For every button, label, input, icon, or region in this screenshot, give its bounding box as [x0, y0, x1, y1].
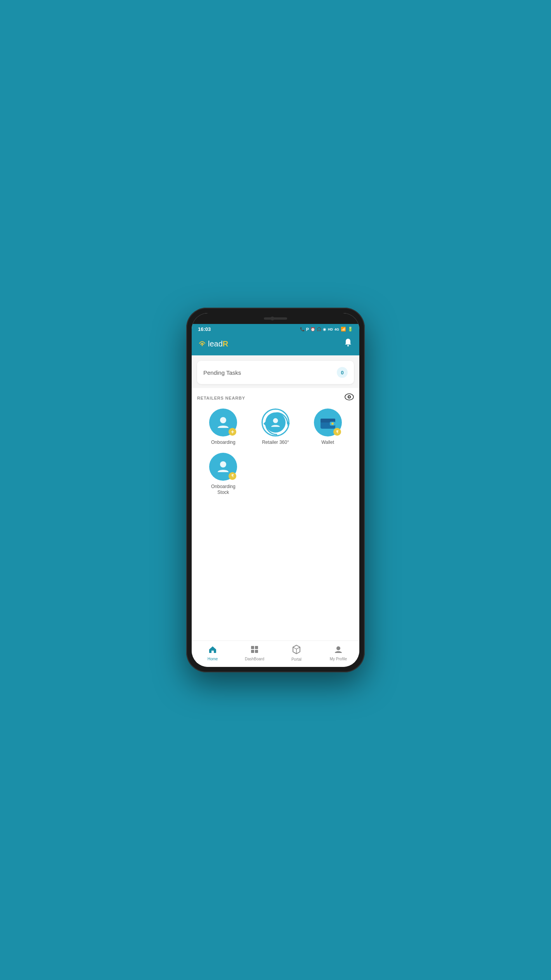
- nav-portal[interactable]: Portal: [285, 645, 308, 661]
- app-header: leadR: [192, 334, 359, 355]
- portal-icon: [292, 645, 301, 656]
- svg-rect-13: [251, 646, 254, 649]
- status-time: 16:03: [198, 326, 211, 332]
- nav-home-label: Home: [208, 657, 218, 661]
- nav-myprofile[interactable]: My Profile: [327, 645, 350, 661]
- signal-icon: 📶: [341, 327, 346, 332]
- svg-point-0: [347, 345, 349, 346]
- nav-myprofile-label: My Profile: [330, 657, 347, 661]
- notification-bell-icon[interactable]: [343, 338, 353, 350]
- 4g-icon: 4G: [334, 327, 339, 331]
- svg-marker-5: [288, 421, 290, 426]
- nav-dashboard[interactable]: DashBoard: [243, 645, 266, 661]
- retailer360-label: Retailer 360°: [262, 440, 289, 446]
- app-content: Pending Tasks 0 RETAILERS NEARBY: [192, 355, 359, 641]
- retailers-section: RETAILERS NEARBY: [192, 388, 359, 641]
- wallet-icon: ₹: [314, 409, 342, 436]
- status-icons: 📞 P ⏰ 🎧 ◉ HD 4G 📶 🔋: [300, 327, 353, 332]
- feature-grid: + Onboarding: [197, 409, 354, 503]
- svg-rect-16: [255, 650, 258, 653]
- myprofile-icon: [334, 645, 343, 656]
- nav-home[interactable]: Home: [201, 645, 224, 661]
- parking-icon: P: [306, 327, 309, 332]
- logo-accent: R: [223, 339, 228, 348]
- bottom-nav: Home DashBoard: [192, 641, 359, 667]
- onboarding-stock-label: Onboarding Stock: [211, 484, 236, 496]
- retailers-header: RETAILERS NEARBY: [197, 393, 354, 402]
- onboarding-item[interactable]: + Onboarding: [197, 409, 250, 446]
- home-icon: [208, 645, 217, 656]
- logo-icon: [198, 339, 206, 349]
- wifi-icon: ◉: [323, 327, 326, 331]
- svg-point-11: [331, 422, 334, 425]
- rupee-badge-stock: ₹: [229, 472, 236, 480]
- call-icon: 📞: [300, 327, 305, 331]
- phone-speaker: [264, 317, 287, 320]
- retailers-nearby-title: RETAILERS NEARBY: [197, 396, 245, 400]
- hd-icon: HD: [328, 327, 333, 331]
- alarm-icon: ⏰: [310, 327, 315, 331]
- status-bar: 16:03 📞 P ⏰ 🎧 ◉ HD 4G 📶 🔋: [192, 324, 359, 334]
- onboarding-stock-icon: ₹: [209, 453, 237, 481]
- svg-rect-14: [255, 646, 258, 649]
- rupee-badge-wallet: ₹: [333, 428, 341, 436]
- onboarding-icon: +: [209, 409, 237, 436]
- pending-tasks-count: 0: [337, 367, 348, 378]
- app-logo: leadR: [198, 339, 228, 349]
- phone-top-bezel: [192, 313, 359, 324]
- retailer360-item[interactable]: Retailer 360°: [250, 409, 302, 446]
- pending-tasks-label: Pending Tasks: [203, 369, 241, 376]
- svg-point-4: [220, 417, 226, 423]
- onboarding-stock-item[interactable]: ₹ Onboarding Stock: [197, 453, 250, 496]
- nav-dashboard-label: DashBoard: [245, 657, 264, 661]
- logo-text: leadR: [208, 339, 228, 348]
- wallet-label: Wallet: [321, 440, 334, 446]
- svg-rect-15: [251, 650, 254, 653]
- phone-camera: [270, 317, 274, 320]
- headphone-icon: 🎧: [317, 327, 321, 331]
- pending-tasks-card[interactable]: Pending Tasks 0: [197, 361, 354, 384]
- wallet-item[interactable]: ₹ Wallet: [301, 409, 354, 446]
- svg-point-18: [336, 646, 340, 650]
- battery-icon: 🔋: [348, 327, 353, 332]
- phone-device: 16:03 📞 P ⏰ 🎧 ◉ HD 4G 📶 🔋: [186, 308, 365, 672]
- svg-marker-6: [263, 421, 266, 426]
- svg-point-3: [348, 396, 350, 398]
- dashboard-icon: [250, 645, 259, 656]
- visibility-icon[interactable]: [345, 393, 354, 402]
- plus-badge: +: [229, 428, 236, 436]
- retailer360-icon: [262, 409, 289, 436]
- nav-portal-label: Portal: [291, 657, 301, 661]
- svg-point-12: [220, 461, 226, 467]
- phone-screen: 16:03 📞 P ⏰ 🎧 ◉ HD 4G 📶 🔋: [192, 313, 359, 667]
- onboarding-label: Onboarding: [211, 440, 236, 446]
